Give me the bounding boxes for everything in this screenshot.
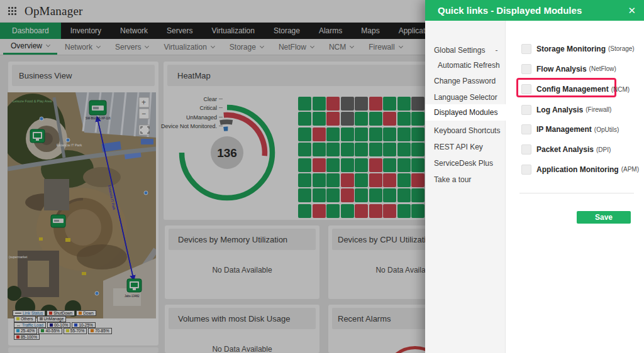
panel-menu-label: Global Settings (434, 46, 485, 55)
module-label: Config Management (536, 85, 609, 94)
module-tag: (OpUtils) (594, 126, 619, 133)
panel-menu-rest-api-key[interactable]: REST API Key (434, 143, 483, 151)
module-checkbox[interactable] (521, 165, 531, 175)
module-label: Flow Analysis (536, 65, 587, 73)
module-tag: (DPI) (596, 146, 611, 153)
module-tag: (Firewall) (586, 106, 611, 113)
module-checkbox[interactable] (521, 44, 531, 54)
panel-menu-keyboard-shortcuts[interactable]: Keyboard Shortcuts (434, 126, 500, 135)
panel-menu-label: Language Selector (434, 93, 497, 102)
panel-menu-label: Keyboard Shortcuts (434, 126, 500, 135)
module-label: Packet Analysis (536, 145, 594, 154)
panel-menu-label: Change Password (434, 77, 496, 85)
panel-menu-language-selector[interactable]: Language Selector (434, 93, 497, 102)
panel-menu-label: ServiceDesk Plus (434, 159, 493, 168)
module-tag: (APM) (621, 166, 639, 173)
panel-menu-label: REST API Key (434, 143, 483, 151)
panel-menu-change-password[interactable]: Change Password (434, 77, 496, 85)
close-icon[interactable]: ✕ (628, 5, 636, 16)
panel-title: Quick links - Displayed Modules (438, 5, 582, 16)
dim-overlay (0, 0, 425, 353)
module-checkbox[interactable] (521, 105, 531, 115)
module-label: Application Monitoring (536, 165, 619, 174)
module-storage-monitoring: Storage Monitoring(Storage) (521, 43, 635, 54)
module-tag: (NCM) (611, 86, 630, 93)
module-packet-analysis: Packet Analysis(DPI) (521, 144, 611, 155)
module-tag: (NetFlow) (589, 65, 616, 72)
panel-menu: Global Settings-Automatic RefreshChange … (425, 21, 506, 353)
collapse-minus-icon: - (495, 46, 497, 55)
module-tag: (Storage) (608, 45, 635, 52)
module-flow-analysis: Flow Analysis(NetFlow) (521, 63, 616, 74)
module-checkbox[interactable] (521, 64, 531, 74)
panel-menu-displayed-modules[interactable]: Displayed Modules (425, 104, 506, 121)
panel-header: Quick links - Displayed Modules ✕ (425, 0, 644, 21)
panel-menu-automatic-refresh[interactable]: Automatic Refresh (438, 61, 500, 70)
module-checkbox[interactable] (521, 84, 531, 94)
module-checkbox[interactable] (521, 124, 531, 134)
panel-menu-label: Take a tour (434, 175, 471, 184)
quick-links-panel: Quick links - Displayed Modules ✕ Global… (425, 0, 644, 353)
panel-divider (519, 193, 634, 193)
panel-menu-take-a-tour[interactable]: Take a tour (434, 175, 471, 184)
module-application-monitoring: Application Monitoring(APM) (521, 164, 639, 175)
panel-menu-label: Displayed Modules (434, 108, 497, 117)
panel-menu-global-settings[interactable]: Global Settings- (434, 46, 497, 55)
module-checkbox[interactable] (521, 144, 531, 155)
module-config-management: Config Management(NCM) (521, 84, 630, 95)
module-label: Storage Monitoring (536, 45, 606, 53)
module-label: IP Management (536, 125, 592, 134)
panel-menu-label: Automatic Refresh (438, 61, 500, 70)
module-log-analysis: Log Analysis(Firewall) (521, 104, 611, 115)
save-button[interactable]: Save (577, 211, 631, 224)
opmanager-app: OpManager DashboardInventoryNetworkServe… (0, 0, 644, 353)
module-ip-management: IP Management(OpUtils) (521, 124, 619, 135)
panel-menu-servicedesk-plus[interactable]: ServiceDesk Plus (434, 159, 493, 168)
module-label: Log Analysis (536, 106, 583, 114)
